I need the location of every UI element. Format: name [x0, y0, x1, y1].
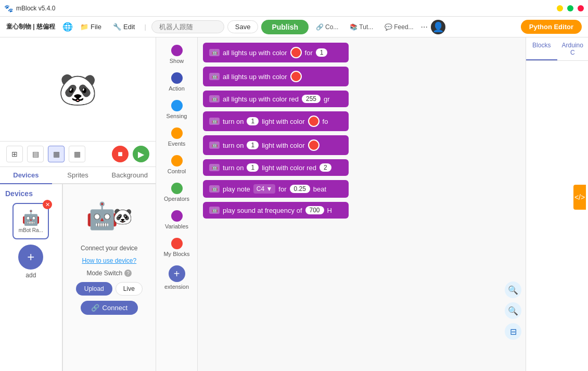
- search-input[interactable]: [151, 20, 224, 33]
- add-device-button[interactable]: +: [18, 245, 43, 270]
- tool-resize[interactable]: ⊞: [6, 146, 23, 162]
- feedback-label: Feed...: [394, 23, 413, 31]
- run-button[interactable]: ▶: [133, 146, 149, 162]
- connect-button[interactable]: 🔗 Connect: [81, 301, 138, 315]
- python-editor-button[interactable]: Python Editor: [521, 20, 582, 34]
- block-value-6a[interactable]: 1: [247, 163, 259, 172]
- block-turn-on-light-color-for[interactable]: 🤖 turn on 1 light with color fo: [203, 111, 349, 131]
- category-events[interactable]: Events: [158, 124, 196, 150]
- right-tabs: Blocks Arduino C: [526, 37, 588, 61]
- titlebar: 🐾 mBlock v5.4.0 − □ ×: [0, 0, 588, 17]
- block-color-2[interactable]: [290, 71, 302, 82]
- category-operators-label: Operators: [164, 196, 189, 202]
- file-icon: 📁: [80, 23, 88, 31]
- how-to-link[interactable]: How to use device?: [82, 257, 136, 264]
- block-color-4[interactable]: [308, 116, 319, 127]
- block-turn-on-light-color-red[interactable]: 🤖 turn on 1 light with color red 2: [203, 159, 349, 176]
- tab-blocks[interactable]: Blocks: [526, 37, 557, 60]
- control-dot: [171, 155, 183, 167]
- zoom-in-button[interactable]: 🔍: [505, 282, 521, 298]
- block-turn-on-light-color[interactable]: 🤖 turn on 1 light with color: [203, 135, 349, 155]
- block-text-6b: light with color red: [262, 164, 316, 172]
- add-device-area: + add: [18, 245, 43, 279]
- category-show[interactable]: Show: [158, 42, 196, 67]
- block-play-note[interactable]: 🤖 play note C4 ▼ for 0.25 beat: [203, 180, 349, 198]
- block-value-4a[interactable]: 1: [247, 117, 259, 125]
- tab-arduino[interactable]: Arduino C: [557, 37, 589, 60]
- live-button[interactable]: Live: [116, 282, 143, 296]
- minimize-button[interactable]: −: [557, 5, 563, 11]
- feedback-menu[interactable]: 💬 Feed...: [380, 21, 417, 33]
- sensing-dot: [171, 100, 183, 111]
- block-value-1[interactable]: 1: [316, 48, 328, 57]
- maximize-button[interactable]: □: [567, 5, 573, 11]
- more-button[interactable]: ···: [421, 22, 428, 32]
- tutorial-label: Tut...: [359, 23, 373, 31]
- file-menu[interactable]: 📁 File: [76, 21, 106, 33]
- block-value-5[interactable]: 1: [247, 141, 259, 149]
- device-thumbnail[interactable]: 🤖 mBot Ra...: [12, 203, 49, 239]
- zoom-out-button[interactable]: 🔍: [505, 302, 521, 319]
- device-list: Devices ✕ 🤖 mBot Ra... + add: [0, 184, 62, 371]
- connect-icon: 🔗: [316, 23, 324, 31]
- block-text-5b: light with color: [262, 142, 304, 149]
- category-action-label: Action: [169, 85, 185, 92]
- operators-dot: [171, 183, 183, 194]
- expand-button[interactable]: </>: [573, 185, 586, 210]
- fit-button[interactable]: ⊟: [505, 323, 521, 340]
- menubar: 童心制物 | 慈偏程 🌐 📁 File 🔧 Edit | Save Publis…: [0, 17, 588, 37]
- connect-button-label: Connect: [103, 304, 127, 312]
- block-value-8[interactable]: 700: [305, 206, 324, 214]
- block-icon-3: 🤖: [209, 95, 220, 103]
- block-color-5[interactable]: [308, 139, 319, 151]
- category-control[interactable]: Control: [158, 152, 196, 177]
- scroll-tools: 🔍 🔍 ⊟: [505, 282, 521, 340]
- block-all-lights-color-red[interactable]: 🤖 all lights up with color red 255 gr: [203, 91, 349, 107]
- upload-button[interactable]: Upload: [76, 282, 112, 296]
- block-all-lights-color-for[interactable]: 🤖 all lights up with color for 1: [203, 43, 349, 62]
- tab-background[interactable]: Background: [104, 167, 156, 184]
- category-sensing[interactable]: Sensing: [158, 97, 196, 122]
- block-value-7[interactable]: 0.25: [290, 185, 310, 193]
- block-all-lights-color[interactable]: 🤖 all lights up with color: [203, 67, 349, 86]
- stop-button[interactable]: ■: [112, 146, 129, 162]
- mode-switch-row: Mode Switch ?: [86, 270, 132, 277]
- avatar[interactable]: 👤: [431, 20, 445, 34]
- block-value-3[interactable]: 255: [302, 95, 321, 103]
- tutorial-menu[interactable]: 📚 Tut...: [346, 21, 377, 33]
- device-card[interactable]: ✕ 🤖 mBot Ra...: [12, 203, 49, 239]
- category-myblocks[interactable]: My Blocks: [158, 235, 196, 260]
- tab-sprites[interactable]: Sprites: [52, 167, 104, 184]
- connect-menu[interactable]: 🔗 Co...: [312, 21, 342, 33]
- block-categories: Show Action Sensing Events Control Opera…: [156, 37, 198, 371]
- device-remove-button[interactable]: ✕: [43, 200, 52, 209]
- category-operators[interactable]: Operators: [158, 180, 196, 205]
- link-icon: 🔗: [91, 304, 99, 312]
- brand-logo: 童心制物 | 慈偏程: [6, 22, 55, 31]
- category-variables[interactable]: Variables: [158, 207, 196, 233]
- edit-menu[interactable]: 🔧 Edit: [109, 21, 139, 33]
- tool-layout3[interactable]: ▦: [69, 146, 85, 162]
- block-text-3b: gr: [324, 95, 330, 103]
- close-button[interactable]: ×: [578, 5, 584, 11]
- block-value-6b[interactable]: 2: [319, 163, 331, 172]
- add-label: add: [25, 272, 36, 279]
- mode-switch-info-icon: ?: [124, 270, 132, 277]
- save-button[interactable]: Save: [227, 20, 259, 33]
- connect-label: Co...: [325, 23, 338, 31]
- main-content: 🐼 ⊞ ▤ ▦ ▦ ■ ▶ Devices Sprites Background…: [0, 37, 588, 371]
- block-color-1[interactable]: [290, 47, 302, 58]
- category-action[interactable]: Action: [158, 69, 196, 95]
- block-dropdown-7[interactable]: C4 ▼: [253, 184, 276, 194]
- tab-devices[interactable]: Devices: [0, 167, 52, 184]
- devices-label: Devices: [5, 189, 33, 198]
- block-play-sound-freq[interactable]: 🤖 play sound at frequency of 700 H: [203, 202, 349, 219]
- tool-layout2[interactable]: ▦: [48, 146, 65, 162]
- block-text-4a: turn on: [223, 118, 244, 125]
- block-text-4c: fo: [323, 118, 328, 125]
- add-extension[interactable]: + extension: [158, 262, 196, 293]
- tool-layout1[interactable]: ▤: [27, 146, 44, 162]
- myblocks-dot: [171, 238, 183, 249]
- sprite-image: 🐼: [58, 71, 97, 108]
- publish-button[interactable]: Publish: [261, 20, 309, 34]
